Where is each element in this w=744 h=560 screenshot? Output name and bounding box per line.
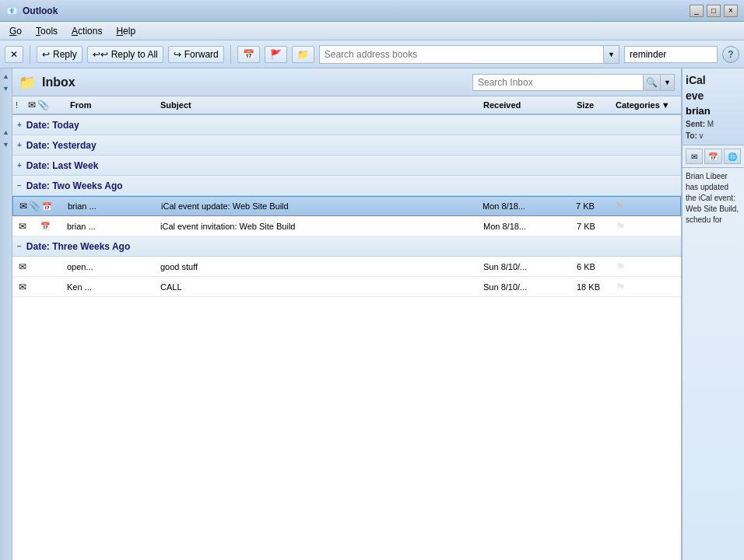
search-inbox-input[interactable] (473, 75, 643, 89)
email-from-msg4: Ken ... (67, 282, 160, 292)
toolbar: ✕ ↩ Reply ↩↩ Reply to All ↪ Forward 📅 🚩 … (0, 40, 744, 68)
email-subject-msg3: good stuff (160, 262, 483, 271)
title-bar-controls: _ □ × (690, 5, 738, 17)
email-size-msg1: 7 KB (576, 201, 615, 211)
preview-web-button[interactable]: 🌐 (724, 149, 741, 164)
col-priority-header[interactable]: ! (16, 100, 28, 110)
col-icon-1: ✉ (28, 100, 36, 110)
forward-button[interactable]: ↪ Forward (168, 46, 224, 63)
col-categories-header[interactable]: Categories ▼ (616, 100, 678, 110)
preview-sent: Sent: M (686, 120, 741, 128)
date-group-today[interactable]: + Date: Today (12, 115, 681, 135)
search-inbox-button[interactable]: 🔍 (643, 75, 660, 90)
reply-all-icon: ↩↩ (93, 49, 108, 60)
reply-icon: ↩ (42, 49, 50, 60)
menu-go[interactable]: Go (3, 24, 28, 38)
column-headers: ! ✉ 📎 From Subject Received Size Categor… (12, 96, 681, 115)
email-from-msg3: open... (67, 262, 160, 271)
search-address-books-dropdown[interactable]: ▼ (603, 46, 619, 63)
minimize-button[interactable]: _ (690, 5, 704, 17)
col-received-header[interactable]: Received (483, 100, 577, 110)
nav-down-arrow-2[interactable]: ▼ (2, 140, 11, 149)
email-received-msg3: Sun 8/10/... (483, 262, 577, 271)
email-row-msg2[interactable]: ✉ 📅 brian ... iCal event invitation: Web… (12, 216, 681, 236)
email-subject-msg1: iCal event update: Web Site Build (161, 201, 483, 211)
search-inbox-dropdown[interactable]: ▼ (660, 75, 674, 90)
date-group-two-weeks-label: Date: Two Weeks Ago (26, 180, 123, 191)
date-group-three-weeks[interactable]: − Date: Three Weeks Ago (12, 236, 681, 257)
col-subject-header[interactable]: Subject (160, 100, 483, 110)
email-size-msg4: 18 KB (577, 282, 616, 292)
date-group-yesterday[interactable]: + Date: Yesterday (12, 135, 681, 156)
col-icons-header: ✉ 📎 (28, 100, 67, 110)
reminder-input[interactable] (624, 46, 718, 63)
reply-button[interactable]: ↩ Reply (37, 46, 82, 63)
email-read-icon-msg1: ✉ (19, 201, 27, 212)
email-read-icon-msg4: ✉ (19, 282, 26, 292)
col-size-header[interactable]: Size (577, 100, 616, 110)
expand-icon-last-week: + (17, 161, 22, 170)
separator-1 (30, 45, 30, 64)
date-group-last-week[interactable]: + Date: Last Week (12, 156, 681, 176)
email-row-msg1[interactable]: ✉ 📎 📅 brian ... iCal event update: Web S… (12, 196, 681, 216)
flag-icon-msg3: ⚑ (616, 261, 626, 273)
email-flag-msg2: ⚑ (616, 220, 678, 233)
date-group-two-weeks[interactable]: − Date: Two Weeks Ago (12, 176, 681, 196)
email-calendar-icon-msg1: 📅 (42, 202, 51, 211)
maximize-button[interactable]: □ (707, 5, 721, 17)
col-from-header[interactable]: From (67, 100, 160, 110)
search-inbox-wrapper: 🔍 ▼ (472, 74, 675, 91)
inbox-title: Inbox (42, 75, 75, 89)
nav-up-arrow-2[interactable]: ▲ (2, 128, 11, 137)
flag-icon-msg4: ⚑ (616, 281, 626, 293)
folder-icon: 📁 (297, 49, 309, 60)
left-nav: ▲ ▼ ▲ ▼ (0, 68, 12, 560)
preview-sender: brian (686, 105, 741, 117)
reply-all-button[interactable]: ↩↩ Reply to All (87, 46, 163, 63)
preview-pane: iCal eve brian Sent: M To: v ✉ 📅 🌐 Brian… (682, 68, 744, 560)
expand-icon-today: + (17, 121, 22, 129)
date-group-last-week-label: Date: Last Week (26, 160, 98, 171)
preview-calendar-button[interactable]: 📅 (704, 149, 721, 164)
menu-help[interactable]: Help (110, 24, 142, 38)
expand-icon-yesterday: + (17, 141, 22, 149)
email-icons-msg1: ✉ 📎 📅 (16, 201, 68, 212)
nav-up-arrow[interactable]: ▲ (2, 72, 11, 81)
flag-icon: 🚩 (270, 49, 282, 60)
nav-down-arrow[interactable]: ▼ (2, 84, 11, 93)
main-layout: ▲ ▼ ▲ ▼ 📁 Inbox 🔍 ▼ ! ✉ 📎 From Subject R… (0, 68, 744, 560)
email-row-msg4[interactable]: ✉ Ken ... CALL Sun 8/10/... 18 KB ⚑ (12, 277, 681, 297)
email-icons-msg2: ✉ 📅 (16, 221, 67, 232)
help-button[interactable]: ? (722, 46, 739, 63)
title-bar-title: 📧 Outlook (6, 5, 58, 16)
expand-icon-three-weeks: − (17, 242, 22, 250)
search-address-books-wrapper: ▼ (319, 45, 619, 64)
email-icons-msg4: ✉ (16, 282, 67, 292)
preview-email-button[interactable]: ✉ (686, 149, 703, 164)
email-row-msg3[interactable]: ✉ open... good stuff Sun 8/10/... 6 KB ⚑ (12, 257, 681, 277)
expand-icon-two-weeks: − (17, 181, 22, 190)
close-button-toolbar[interactable]: ✕ (5, 46, 23, 63)
email-icons-msg3: ✉ (16, 261, 67, 272)
preview-toolbar: ✉ 📅 🌐 (683, 145, 744, 168)
close-icon: ✕ (10, 49, 18, 60)
menu-tools[interactable]: Tools (30, 24, 64, 38)
email-subject-msg2: iCal event invitation: Web Site Build (160, 222, 483, 231)
email-flag-msg4: ⚑ (616, 281, 678, 293)
forward-icon: ↪ (174, 49, 181, 60)
folder-button[interactable]: 📁 (292, 46, 314, 63)
close-button[interactable]: × (724, 5, 738, 17)
email-received-msg4: Sun 8/10/... (483, 282, 577, 292)
inbox-header: 📁 Inbox 🔍 ▼ (12, 68, 681, 96)
email-size-msg2: 7 KB (577, 222, 616, 231)
date-group-yesterday-label: Date: Yesterday (26, 140, 97, 151)
separator-2 (230, 45, 231, 64)
calendar-nav-button[interactable]: 📅 (237, 46, 260, 63)
menu-actions[interactable]: Actions (65, 24, 108, 38)
search-address-books-input[interactable] (320, 47, 603, 61)
preview-to: To: v (686, 131, 741, 140)
date-group-three-weeks-label: Date: Three Weeks Ago (26, 241, 130, 252)
flag-button[interactable]: 🚩 (265, 46, 287, 63)
email-read-icon-msg2: ✉ (19, 221, 26, 232)
email-subject-msg4: CALL (160, 282, 483, 292)
